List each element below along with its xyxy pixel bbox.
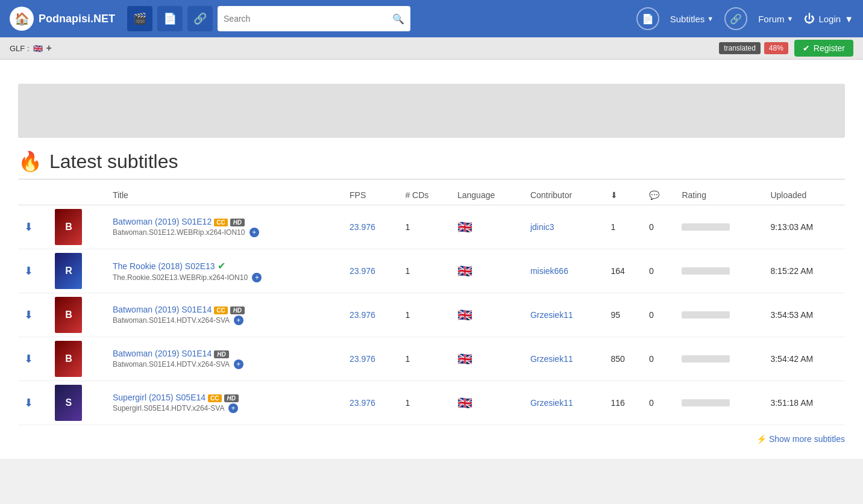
subtitles-table: Title FPS # CDs Language Contributor ⬇ 💬… <box>18 185 845 425</box>
download-button[interactable]: ⬇ <box>24 264 33 278</box>
subtitle-file: Batwoman.S01E12.WEBRip.x264-ION10 + <box>113 228 337 237</box>
subtitles-dropdown[interactable]: Subtitles ▼ <box>664 10 720 28</box>
language-flag: 🇬🇧 <box>451 381 524 425</box>
cc-badge: CC <box>214 219 227 226</box>
cds-value: 1 <box>399 381 451 425</box>
cc-badge: CC <box>214 306 227 314</box>
col-thumb <box>49 185 107 205</box>
uploaded-time: 3:54:53 AM <box>764 293 845 337</box>
add-icon[interactable]: + <box>252 273 262 282</box>
doc-icon-btn[interactable]: 📄 <box>157 6 183 31</box>
title-link[interactable]: The Rookie (2018) S02E13 <box>113 261 215 271</box>
title-link[interactable]: Batwoman (2019) S01E12 <box>113 217 212 226</box>
hd-badge: HD <box>224 394 239 402</box>
forum-arrow: ▼ <box>787 15 794 22</box>
register-icon: ✔ <box>803 43 810 53</box>
table-row: ⬇RThe Rookie (2018) S02E13✔The.Rookie.S0… <box>18 249 845 293</box>
title-cell: Batwoman (2019) S01E14CCHDBatwoman.S01E1… <box>107 293 344 337</box>
col-downloads: ⬇ <box>604 185 643 205</box>
download-button[interactable]: ⬇ <box>24 352 33 366</box>
downloads-value: 850 <box>604 337 643 381</box>
search-input[interactable] <box>224 14 389 23</box>
add-icon[interactable]: + <box>234 359 243 369</box>
title-link[interactable]: Batwoman (2019) S01E14 <box>113 349 212 358</box>
hd-badge: HD <box>230 219 245 226</box>
subtitle-file: Batwoman.S01E14.HDTV.x264-SVA + <box>113 359 337 369</box>
language-flag: 🇬🇧 <box>451 337 524 381</box>
subtitle-file: The.Rookie.S02E13.WEBRip.x264-ION10 + <box>113 273 337 282</box>
brand-name: Podnapisi.NET <box>39 13 115 25</box>
download-button[interactable]: ⬇ <box>24 308 33 322</box>
title-link[interactable]: Supergirl (2015) S05E14 <box>113 393 206 402</box>
forum-icon-circle: 🔗 <box>724 7 747 30</box>
comments-value: 0 <box>643 381 676 425</box>
contributor-link[interactable]: Grzesiek11 <box>530 354 573 364</box>
downloads-value: 116 <box>604 381 643 425</box>
add-icon[interactable]: + <box>249 228 259 237</box>
fps-value: 23.976 <box>350 310 375 320</box>
glf-label: GLF : <box>10 44 30 53</box>
register-button[interactable]: ✔ Register <box>794 40 853 57</box>
thumbnail: S <box>55 385 82 421</box>
comments-value: 0 <box>643 249 676 293</box>
downloads-value: 164 <box>604 249 643 293</box>
ad-area <box>18 84 845 138</box>
navbar: 🏠 Podnapisi.NET 🎬 📄 🔗 🔍 📄 Subtitles ▼ 🔗 … <box>0 0 863 37</box>
col-rating: Rating <box>676 185 764 205</box>
brand-link[interactable]: 🏠 Podnapisi.NET <box>10 7 115 31</box>
contributor-link[interactable]: jdinic3 <box>530 222 554 232</box>
cds-value: 1 <box>399 337 451 381</box>
flame-icon: 🔥 <box>18 150 42 173</box>
title-cell: Batwoman (2019) S01E14HDBatwoman.S01E14.… <box>107 337 344 381</box>
lang-bar-right: translated48% ✔ Register <box>719 40 853 57</box>
search-button[interactable]: 🔍 <box>392 13 404 25</box>
thumbnail: B <box>55 341 82 377</box>
contributor-link[interactable]: Grzesiek11 <box>530 398 573 408</box>
download-button[interactable]: ⬇ <box>24 220 33 234</box>
fps-value: 23.976 <box>350 354 375 364</box>
title-cell: Batwoman (2019) S01E12CCHDBatwoman.S01E1… <box>107 205 344 249</box>
col-comments: 💬 <box>643 185 676 205</box>
thumbnail: R <box>55 253 82 289</box>
download-button[interactable]: ⬇ <box>24 396 33 409</box>
show-more-link[interactable]: ⚡ Show more subtitles <box>756 434 845 444</box>
title-cell: The Rookie (2018) S02E13✔The.Rookie.S02E… <box>107 249 344 293</box>
forum-dropdown[interactable]: Forum ▼ <box>752 10 799 28</box>
login-button[interactable]: ⏻ Login ▼ <box>804 13 853 25</box>
subtitles-icon-circle: 📄 <box>636 7 659 30</box>
section-title: Latest subtitles <box>49 151 178 173</box>
cds-value: 1 <box>399 249 451 293</box>
cds-value: 1 <box>399 293 451 337</box>
add-language-button[interactable]: + <box>46 43 52 54</box>
subtitle-file: Supergirl.S05E14.HDTV.x264-SVA + <box>113 403 337 413</box>
section-header: 🔥 Latest subtitles <box>18 150 845 179</box>
rating-bar <box>682 311 730 319</box>
thumbnail: B <box>55 209 82 245</box>
uploaded-time: 9:13:03 AM <box>764 205 845 249</box>
fps-value: 23.976 <box>350 398 375 408</box>
language-flag: 🇬🇧 <box>451 293 524 337</box>
main-content: 🔥 Latest subtitles Title FPS # CDs Langu… <box>0 60 863 459</box>
table-row: ⬇BBatwoman (2019) S01E14CCHDBatwoman.S01… <box>18 293 845 337</box>
uk-flag: 🇬🇧 <box>33 44 43 53</box>
fps-value: 23.976 <box>350 266 375 276</box>
title-link[interactable]: Batwoman (2019) S01E14 <box>113 305 212 314</box>
show-more-section: ⚡ Show more subtitles <box>18 425 845 447</box>
add-icon[interactable]: + <box>234 316 243 325</box>
contributor-link[interactable]: Grzesiek11 <box>530 310 573 320</box>
hd-badge: HD <box>214 350 228 358</box>
contributor-link[interactable]: misiek666 <box>530 266 568 276</box>
search-bar: 🔍 <box>218 6 410 31</box>
film-icon-btn[interactable]: 🎬 <box>127 6 152 31</box>
comments-value: 0 <box>643 293 676 337</box>
rating-bar <box>682 399 730 406</box>
power-icon: ⏻ <box>804 13 815 25</box>
lang-bar: GLF : 🇬🇧 + translated48% ✔ Register <box>0 37 863 60</box>
subtitles-label: Subtitles <box>670 14 705 24</box>
share-icon-btn[interactable]: 🔗 <box>187 6 213 31</box>
downloads-value: 95 <box>604 293 643 337</box>
col-uploaded: Uploaded <box>764 185 845 205</box>
register-label: Register <box>814 43 845 53</box>
add-icon[interactable]: + <box>228 403 238 413</box>
hd-badge: HD <box>230 306 245 314</box>
